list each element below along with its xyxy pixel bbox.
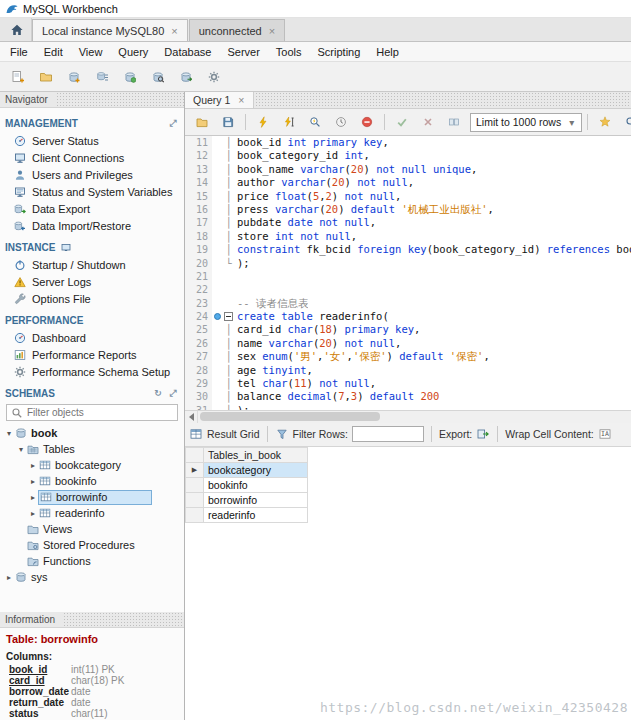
collapse-panel-icon[interactable]: ⤢ bbox=[167, 117, 179, 129]
panel-grip[interactable] bbox=[62, 612, 184, 627]
execute-current-button[interactable] bbox=[277, 111, 301, 133]
nav-item-client-connections[interactable]: Client Connections bbox=[0, 149, 184, 166]
menu-database[interactable]: Database bbox=[156, 46, 219, 58]
toggle-autocommit-button[interactable] bbox=[442, 111, 466, 133]
tree-item-sys[interactable]: ▸sys bbox=[0, 569, 184, 585]
tree-collapsed-icon[interactable]: ▸ bbox=[28, 477, 38, 486]
export-icon[interactable] bbox=[476, 428, 490, 441]
fold-collapse-icon[interactable] bbox=[224, 312, 233, 321]
server-status-toolbar-button[interactable] bbox=[116, 64, 143, 89]
database-list-button[interactable] bbox=[88, 64, 115, 89]
panel-grip[interactable] bbox=[55, 92, 184, 107]
beautify-button[interactable] bbox=[593, 111, 617, 133]
nav-item-users-and-privileges[interactable]: Users and Privileges bbox=[0, 166, 184, 183]
tab-close-icon[interactable]: × bbox=[238, 94, 244, 106]
scrollbar-thumb[interactable] bbox=[200, 412, 380, 421]
nav-item-server-logs[interactable]: Server Logs bbox=[0, 273, 184, 290]
query-tab[interactable]: Query 1 × bbox=[185, 92, 254, 108]
tree-expanded-icon[interactable]: ▾ bbox=[16, 445, 26, 454]
fold-margin: │ bbox=[223, 216, 234, 229]
open-sql-file-button[interactable] bbox=[32, 64, 59, 89]
result-cell[interactable]: readerinfo bbox=[204, 507, 308, 522]
nav-item-performance-schema-setup[interactable]: Performance Schema Setup bbox=[0, 363, 184, 380]
tree-collapsed-icon[interactable]: ▸ bbox=[4, 573, 14, 582]
menu-view[interactable]: View bbox=[71, 46, 111, 58]
line-number: 17 bbox=[185, 216, 212, 229]
result-cell[interactable]: bookcategory bbox=[204, 462, 308, 477]
result-row[interactable]: ▶bookcategory bbox=[186, 462, 308, 477]
new-query-tab-button[interactable] bbox=[4, 64, 31, 89]
data-transfer-button[interactable] bbox=[172, 64, 199, 89]
tree-collapsed-icon[interactable]: ▸ bbox=[28, 493, 38, 502]
menu-tools[interactable]: Tools bbox=[268, 46, 310, 58]
find-button[interactable] bbox=[619, 111, 631, 133]
nav-item-options-file[interactable]: Options File bbox=[0, 290, 184, 307]
limit-rows-dropdown[interactable]: Limit to 1000 rows▾ bbox=[470, 113, 582, 132]
connection-tab[interactable]: Local instance MySQL80× bbox=[32, 19, 188, 41]
tree-item-borrowinfo[interactable]: ▸borrowinfo bbox=[0, 489, 184, 505]
nav-item-data-import-restore[interactable]: Data Import/Restore bbox=[0, 217, 184, 234]
tree-item-bookinfo[interactable]: ▸bookinfo bbox=[0, 473, 184, 489]
result-column-header[interactable]: Tables_in_book bbox=[204, 447, 308, 462]
preferences-button[interactable] bbox=[200, 64, 227, 89]
stop-on-error-button[interactable] bbox=[355, 111, 379, 133]
filter-rows-input[interactable] bbox=[352, 426, 424, 442]
tree-item-book[interactable]: ▾book bbox=[0, 425, 184, 441]
tree-collapsed-icon[interactable]: ▸ bbox=[28, 509, 38, 518]
nav-item-server-status[interactable]: Server Status bbox=[0, 132, 184, 149]
tree-item-stored-procedures[interactable]: Stored Procedures bbox=[0, 537, 184, 553]
result-cell[interactable]: bookinfo bbox=[204, 477, 308, 492]
explain-button[interactable] bbox=[303, 111, 327, 133]
row-marker-cell: ▶ bbox=[186, 462, 204, 477]
tree-item-tables[interactable]: ▾Tables bbox=[0, 441, 184, 457]
wrap-cell-content-icon[interactable]: IA bbox=[598, 428, 612, 441]
database-list-icon bbox=[93, 69, 110, 85]
menu-file[interactable]: File bbox=[2, 46, 36, 58]
result-row[interactable]: borrowinfo bbox=[186, 492, 308, 507]
code-line: 15│price float(5,2) not null, bbox=[185, 190, 631, 203]
menu-help[interactable]: Help bbox=[368, 46, 407, 58]
schema-filter-input[interactable] bbox=[27, 407, 174, 418]
tree-item-functions[interactable]: Functions bbox=[0, 553, 184, 569]
result-row[interactable]: bookinfo bbox=[186, 477, 308, 492]
commit-button[interactable] bbox=[390, 111, 414, 133]
code-line: 28│age tinyint, bbox=[185, 364, 631, 377]
tree-item-label: bookcategory bbox=[52, 459, 124, 471]
menu-server[interactable]: Server bbox=[219, 46, 267, 58]
menu-query[interactable]: Query bbox=[110, 46, 156, 58]
collapse-panel-icon[interactable]: ⤢ bbox=[167, 387, 179, 399]
tab-close-icon[interactable]: × bbox=[269, 25, 275, 37]
menu-scripting[interactable]: Scripting bbox=[310, 46, 369, 58]
tree-item-bookcategory[interactable]: ▸bookcategory bbox=[0, 457, 184, 473]
connection-tab-label: Local instance MySQL80 bbox=[42, 25, 164, 37]
save-script-button[interactable] bbox=[216, 111, 240, 133]
execute-button[interactable] bbox=[251, 111, 275, 133]
rollback-button[interactable] bbox=[416, 111, 440, 133]
result-cell[interactable]: borrowinfo bbox=[204, 492, 308, 507]
menu-edit[interactable]: Edit bbox=[36, 46, 71, 58]
new-connection-button[interactable] bbox=[60, 64, 87, 89]
tab-close-icon[interactable]: × bbox=[171, 25, 177, 37]
query-database-button[interactable] bbox=[144, 64, 171, 89]
open-script-button[interactable] bbox=[190, 111, 214, 133]
sql-editor[interactable]: 11│book_id int primary key,12│book_categ… bbox=[185, 136, 631, 410]
result-row[interactable]: readerinfo bbox=[186, 507, 308, 522]
tree-item-views[interactable]: Views bbox=[0, 521, 184, 537]
tree-expanded-icon[interactable]: ▾ bbox=[4, 429, 14, 438]
nav-item-data-export[interactable]: Data Export bbox=[0, 200, 184, 217]
tree-item-readerinfo[interactable]: ▸readerinfo bbox=[0, 505, 184, 521]
nav-item-performance-reports[interactable]: Performance Reports bbox=[0, 346, 184, 363]
refresh-schemas-icon[interactable]: ↻ bbox=[152, 387, 164, 399]
home-tab-button[interactable] bbox=[2, 18, 32, 41]
fold-margin: │ bbox=[223, 176, 234, 189]
nav-item-status-and-system-variables[interactable]: Status and System Variables bbox=[0, 183, 184, 200]
tree-collapsed-icon[interactable]: ▸ bbox=[28, 461, 38, 470]
query-toolbar: Limit to 1000 rows▾¶↩ bbox=[185, 109, 631, 136]
nav-item-dashboard[interactable]: Dashboard bbox=[0, 329, 184, 346]
scroll-left-icon[interactable] bbox=[185, 411, 198, 423]
open-script-icon bbox=[195, 116, 209, 129]
nav-item-startup-shutdown[interactable]: Startup / Shutdown bbox=[0, 256, 184, 273]
connection-tab[interactable]: unconnected× bbox=[189, 19, 285, 41]
editor-horizontal-scrollbar[interactable] bbox=[185, 410, 631, 423]
stop-query-button[interactable] bbox=[329, 111, 353, 133]
